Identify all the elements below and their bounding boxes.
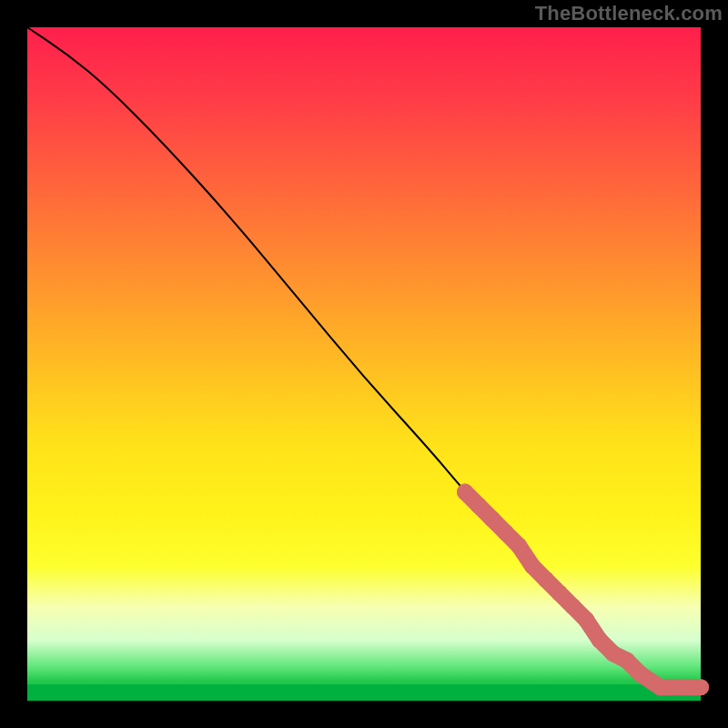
marker-dot	[497, 524, 513, 541]
curve-line	[27, 27, 701, 687]
marker-dot	[652, 679, 669, 695]
marker-dot	[551, 585, 568, 602]
marker-dot	[619, 652, 635, 669]
marker-dot	[672, 679, 689, 695]
plot-area	[27, 27, 701, 701]
marker-dot	[511, 538, 527, 554]
watermark-text: TheBottleneck.com	[535, 2, 723, 25]
marker-dot	[470, 497, 487, 513]
marker-dot	[693, 679, 709, 695]
marker-dot	[564, 598, 581, 614]
marker-dot	[632, 665, 648, 682]
marker-dot	[484, 511, 500, 527]
marker-dot	[538, 571, 554, 588]
marker-group	[457, 484, 709, 696]
marker-dot	[578, 612, 594, 628]
marker-dot	[592, 632, 608, 648]
chart-svg	[27, 27, 701, 701]
chart-container: TheBottleneck.com	[0, 0, 728, 728]
marker-dot	[457, 484, 473, 500]
marker-dot	[524, 558, 541, 574]
